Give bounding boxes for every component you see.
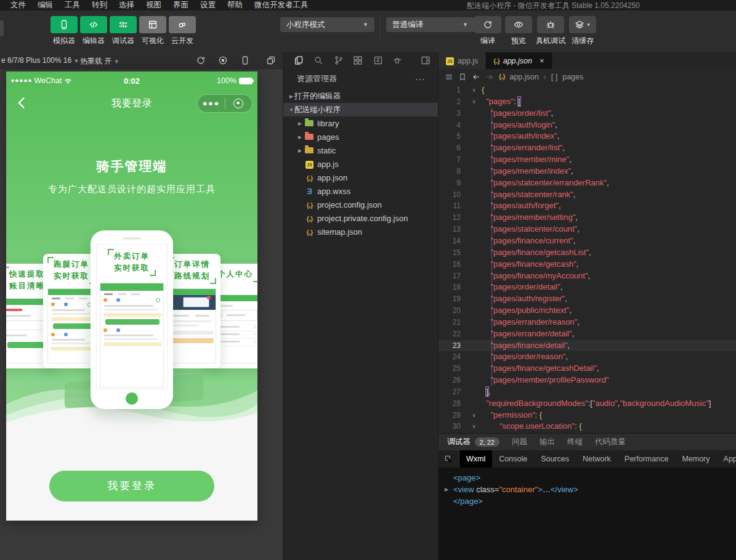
code-line-22[interactable]: 22 "pages/errander/detail",: [439, 328, 736, 340]
code-line-12[interactable]: 12 "pages/member/setting",: [439, 212, 736, 224]
code-line-16[interactable]: 16 "pages/finance/getcash",: [439, 259, 736, 270]
toolbar-button-调试器[interactable]: 调试器: [110, 16, 137, 46]
code-line-26[interactable]: 26 "pages/member/profilePassword": [439, 375, 736, 386]
breadcrumb-file[interactable]: app.json: [509, 73, 538, 81]
devtools-tab-Wxml[interactable]: Wxml: [459, 450, 492, 468]
debugger-tab-代码质量[interactable]: 代码质量: [595, 437, 626, 447]
devtools-tab-Console[interactable]: Console: [492, 450, 534, 468]
devtools-tab-Network[interactable]: Network: [576, 450, 618, 468]
devtools-tab-Memory[interactable]: Memory: [675, 450, 716, 468]
code-line-6[interactable]: 6 "pages/errander/list",: [439, 142, 736, 154]
tree-item-static[interactable]: ▶static: [283, 144, 438, 157]
debugger-tab-调试器[interactable]: 调试器2, 22: [447, 437, 499, 447]
menu-item-转到[interactable]: 转到: [86, 0, 113, 10]
menu-item-界面[interactable]: 界面: [168, 0, 194, 10]
code-line-18[interactable]: 18 "pages/order/detail",: [439, 282, 736, 293]
debugger-tab-问题[interactable]: 问题: [512, 437, 527, 447]
tree-item-project.config.json[interactable]: {..}project.config.json: [283, 198, 438, 211]
more-menu-icon[interactable]: ●●●: [198, 95, 225, 112]
mode-select[interactable]: 小程序模式 ▼: [280, 17, 374, 32]
breadcrumb-node[interactable]: pages: [562, 73, 583, 81]
wxml-line-3[interactable]: </page>: [445, 495, 736, 507]
close-icon[interactable]: ×: [540, 56, 544, 65]
tree-item-project.private.config.json[interactable]: {..}project.private.config.json: [283, 211, 438, 225]
expand-arrow-icon[interactable]: ▶: [445, 484, 453, 495]
extensions-icon[interactable]: [353, 55, 363, 65]
action-button-编译[interactable]: 编译: [474, 16, 501, 46]
editor-tab-app.js[interactable]: JSapp.js: [439, 52, 486, 69]
code-line-8[interactable]: 8 "pages/member/index",: [439, 166, 736, 177]
toolbar-button-可视化[interactable]: 可视化: [139, 16, 166, 46]
code-line-11[interactable]: 11 "pages/auth/forget",: [439, 200, 736, 212]
code-line-24[interactable]: 24 "pages/order/reason",: [439, 351, 736, 363]
devtools-tab-AppData[interactable]: AppData: [717, 450, 736, 468]
fold-icon[interactable]: ∨: [466, 84, 482, 96]
code-line-29[interactable]: 29∨ "permission": {: [439, 410, 736, 421]
menu-item-微信开发者工具[interactable]: 微信开发者工具: [249, 0, 314, 10]
action-button-清缓存[interactable]: ▼清缓存: [569, 16, 596, 46]
element-inspect-icon[interactable]: [439, 450, 459, 468]
code-line-3[interactable]: 3 "pages/order/list",: [439, 108, 736, 120]
debugger-tab-终端[interactable]: 终端: [567, 437, 583, 447]
code-line-28[interactable]: 28 "requiredBackgroundModes":["audio","b…: [439, 398, 736, 410]
code-line-5[interactable]: 5 "pages/auth/index",: [439, 131, 736, 142]
wxml-line-1[interactable]: <page>: [445, 472, 736, 484]
menu-item-文件[interactable]: 文件: [5, 0, 31, 10]
code-line-20[interactable]: 20 "pages/public/richtext",: [439, 305, 736, 317]
menu-item-设置[interactable]: 设置: [195, 0, 221, 10]
tree-item-sitemap.json[interactable]: {..}sitemap.json: [283, 225, 438, 238]
code-line-9[interactable]: 9 "pages/statcenter/erranderRank",: [439, 177, 736, 189]
menu-item-工具[interactable]: 工具: [59, 0, 86, 10]
code-editor[interactable]: 1∨{2∨ "pages": [3 "pages/order/list",4 "…: [439, 84, 736, 433]
action-button-预览[interactable]: 预览: [505, 16, 532, 46]
wechat-capsule[interactable]: ●●●: [197, 94, 253, 113]
code-line-2[interactable]: 2∨ "pages": [: [439, 96, 736, 108]
code-line-30[interactable]: 30∨ "scope.userLocation": {: [439, 421, 736, 432]
login-button[interactable]: 我要登录: [49, 471, 214, 501]
fold-icon[interactable]: ∨: [466, 421, 482, 432]
tree-item-app.wxss[interactable]: Ǝapp.wxss: [283, 184, 438, 198]
outline-list-icon[interactable]: [445, 73, 453, 81]
code-line-17[interactable]: 17 "pages/finance/myAccount",: [439, 270, 736, 282]
toolbar-button-编辑器[interactable]: 编辑器: [80, 16, 107, 46]
detach-window-icon[interactable]: [266, 55, 276, 67]
menu-item-选择[interactable]: 选择: [113, 0, 140, 10]
code-line-7[interactable]: 7 "pages/member/mine",: [439, 154, 736, 166]
code-line-4[interactable]: 4 "pages/auth/login",: [439, 120, 736, 131]
editor-tab-app.json[interactable]: {..}app.json×: [486, 52, 552, 69]
exit-miniprogram-icon[interactable]: [225, 99, 253, 108]
collapse-sidebar-icon[interactable]: [421, 55, 431, 65]
hot-reload-toggle[interactable]: 热重载 开 ▼: [80, 56, 119, 67]
menu-item-帮助[interactable]: 帮助: [222, 0, 248, 10]
code-line-27[interactable]: 27 ],: [439, 386, 736, 398]
code-line-13[interactable]: 13 "pages/statcenter/count",: [439, 224, 736, 235]
git-branch-icon[interactable]: [334, 55, 344, 65]
nav-forward-icon[interactable]: [485, 73, 494, 81]
code-line-15[interactable]: 15 "pages/finance/getcashList",: [439, 247, 736, 259]
code-line-14[interactable]: 14 "pages/finance/current",: [439, 235, 736, 247]
tree-item-pages[interactable]: ▶pages: [283, 130, 438, 144]
debugger-tab-输出[interactable]: 输出: [540, 437, 555, 447]
bookmark-icon[interactable]: [458, 73, 467, 81]
restart-icon[interactable]: [196, 55, 206, 67]
devtools-tab-Performance[interactable]: Performance: [618, 450, 676, 468]
files-icon[interactable]: [294, 55, 304, 65]
tree-section-打开的编辑器[interactable]: ▶打开的编辑器: [283, 89, 438, 103]
code-line-19[interactable]: 19 "pages/auth/register",: [439, 293, 736, 305]
tree-item-library[interactable]: ▶library: [283, 116, 438, 130]
code-line-25[interactable]: 25 "pages/finance/getcashDetail",: [439, 363, 736, 375]
device-frame-icon[interactable]: [240, 55, 250, 67]
fold-icon[interactable]: ∨: [466, 96, 482, 108]
code-line-21[interactable]: 21 "pages/errander/reason",: [439, 317, 736, 328]
panel-icon[interactable]: [373, 55, 383, 65]
tree-item-app.js[interactable]: JSapp.js: [283, 157, 438, 171]
menu-item-编辑[interactable]: 编辑: [32, 0, 59, 10]
device-select[interactable]: e 6/7/8 Plus 100% 16 ▼: [1, 56, 79, 65]
devtools-tab-Sources[interactable]: Sources: [534, 450, 576, 468]
nav-back-icon[interactable]: [472, 73, 480, 81]
toolbar-button-模拟器[interactable]: 模拟器: [51, 16, 78, 46]
compile-select[interactable]: 普通编译 ▼: [386, 17, 474, 32]
search-icon[interactable]: [313, 55, 323, 65]
code-line-23[interactable]: 23 "pages/finance/detail",: [439, 340, 736, 352]
action-button-真机调试[interactable]: 真机调试: [536, 16, 565, 46]
